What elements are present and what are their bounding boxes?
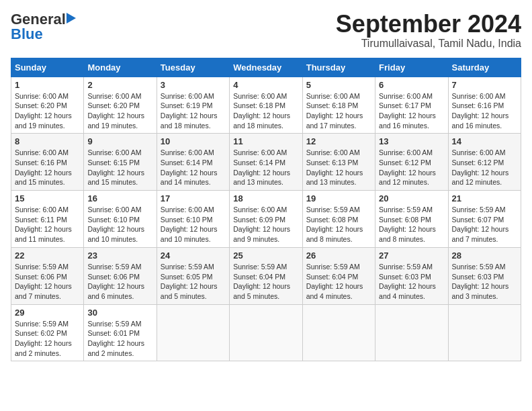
col-wednesday: Wednesday	[230, 58, 302, 77]
table-row: 5Sunrise: 6:00 AM Sunset: 6:18 PM Daylig…	[302, 77, 375, 134]
logo-arrow-icon	[65, 11, 77, 25]
table-row: 12Sunrise: 6:00 AM Sunset: 6:13 PM Dayli…	[302, 134, 375, 191]
day-info: Sunrise: 5:59 AM Sunset: 6:05 PM Dayligh…	[161, 262, 226, 302]
day-info: Sunrise: 6:00 AM Sunset: 6:18 PM Dayligh…	[306, 91, 371, 131]
table-row	[230, 304, 302, 361]
day-info: Sunrise: 6:00 AM Sunset: 6:11 PM Dayligh…	[15, 205, 80, 244]
day-info: Sunrise: 6:00 AM Sunset: 6:12 PM Dayligh…	[452, 148, 517, 187]
table-row: 13Sunrise: 6:00 AM Sunset: 6:12 PM Dayli…	[375, 134, 448, 191]
table-row: 22Sunrise: 5:59 AM Sunset: 6:06 PM Dayli…	[11, 247, 84, 304]
day-number: 24	[161, 250, 226, 261]
day-info: Sunrise: 6:00 AM Sunset: 6:16 PM Dayligh…	[452, 91, 517, 131]
table-row: 26Sunrise: 5:59 AM Sunset: 6:04 PM Dayli…	[302, 247, 375, 304]
calendar-table: Sunday Monday Tuesday Wednesday Thursday…	[11, 58, 521, 362]
svg-marker-0	[66, 13, 76, 24]
table-row: 21Sunrise: 5:59 AM Sunset: 6:07 PM Dayli…	[448, 191, 521, 248]
col-sunday: Sunday	[11, 58, 84, 77]
table-row: 18Sunrise: 6:00 AM Sunset: 6:09 PM Dayli…	[230, 191, 302, 248]
day-number: 9	[87, 136, 152, 146]
day-info: Sunrise: 6:00 AM Sunset: 6:15 PM Dayligh…	[87, 148, 152, 187]
day-number: 18	[233, 193, 298, 203]
day-info: Sunrise: 6:00 AM Sunset: 6:14 PM Dayligh…	[233, 148, 298, 187]
table-row: 20Sunrise: 5:59 AM Sunset: 6:08 PM Dayli…	[375, 191, 448, 248]
day-number: 2	[87, 80, 152, 90]
calendar-row: 22Sunrise: 5:59 AM Sunset: 6:06 PM Dayli…	[11, 247, 521, 304]
table-row: 19Sunrise: 5:59 AM Sunset: 6:08 PM Dayli…	[302, 191, 375, 248]
day-number: 1	[15, 80, 80, 90]
day-info: Sunrise: 5:59 AM Sunset: 6:06 PM Dayligh…	[87, 262, 152, 302]
table-row: 4Sunrise: 6:00 AM Sunset: 6:18 PM Daylig…	[230, 77, 302, 134]
day-info: Sunrise: 6:00 AM Sunset: 6:10 PM Dayligh…	[87, 205, 152, 244]
day-number: 13	[379, 136, 444, 146]
day-number: 10	[161, 136, 226, 146]
day-info: Sunrise: 5:59 AM Sunset: 6:01 PM Dayligh…	[87, 319, 152, 359]
table-row: 7Sunrise: 6:00 AM Sunset: 6:16 PM Daylig…	[448, 77, 521, 134]
day-info: Sunrise: 6:00 AM Sunset: 6:14 PM Dayligh…	[161, 148, 226, 187]
day-info: Sunrise: 5:59 AM Sunset: 6:08 PM Dayligh…	[306, 205, 371, 244]
table-row: 16Sunrise: 6:00 AM Sunset: 6:10 PM Dayli…	[84, 191, 157, 248]
calendar-row: 8Sunrise: 6:00 AM Sunset: 6:16 PM Daylig…	[11, 134, 521, 191]
col-thursday: Thursday	[302, 58, 375, 77]
day-number: 26	[306, 250, 371, 261]
table-row: 11Sunrise: 6:00 AM Sunset: 6:14 PM Dayli…	[230, 134, 302, 191]
day-number: 11	[233, 136, 298, 146]
day-number: 25	[233, 250, 298, 261]
day-info: Sunrise: 5:59 AM Sunset: 6:02 PM Dayligh…	[15, 319, 80, 359]
table-row	[375, 304, 448, 361]
header-row: Sunday Monday Tuesday Wednesday Thursday…	[11, 58, 521, 77]
title-section: September 2024 Tirumullaivasal, Tamil Na…	[336, 11, 521, 50]
day-number: 22	[15, 250, 80, 261]
col-monday: Monday	[84, 58, 157, 77]
table-row	[448, 304, 521, 361]
table-row: 1Sunrise: 6:00 AM Sunset: 6:20 PM Daylig…	[11, 77, 84, 134]
table-row: 30Sunrise: 5:59 AM Sunset: 6:01 PM Dayli…	[84, 304, 157, 361]
logo-blue: Blue	[11, 26, 43, 42]
day-info: Sunrise: 6:00 AM Sunset: 6:18 PM Dayligh…	[233, 91, 298, 131]
table-row: 8Sunrise: 6:00 AM Sunset: 6:16 PM Daylig…	[11, 134, 84, 191]
logo: General Blue	[11, 11, 77, 43]
calendar-row: 15Sunrise: 6:00 AM Sunset: 6:11 PM Dayli…	[11, 191, 521, 248]
table-row: 2Sunrise: 6:00 AM Sunset: 6:20 PM Daylig…	[84, 77, 157, 134]
day-info: Sunrise: 5:59 AM Sunset: 6:07 PM Dayligh…	[452, 205, 517, 244]
day-number: 27	[379, 250, 444, 261]
day-number: 6	[379, 80, 444, 90]
day-number: 21	[452, 193, 517, 203]
table-row: 24Sunrise: 5:59 AM Sunset: 6:05 PM Dayli…	[157, 247, 229, 304]
table-row: 23Sunrise: 5:59 AM Sunset: 6:06 PM Dayli…	[84, 247, 157, 304]
col-saturday: Saturday	[448, 58, 521, 77]
day-info: Sunrise: 6:00 AM Sunset: 6:13 PM Dayligh…	[306, 148, 371, 187]
month-title: September 2024	[336, 11, 521, 38]
day-info: Sunrise: 5:59 AM Sunset: 6:06 PM Dayligh…	[15, 262, 80, 302]
table-row: 29Sunrise: 5:59 AM Sunset: 6:02 PM Dayli…	[11, 304, 84, 361]
day-number: 15	[15, 193, 80, 203]
day-number: 16	[87, 193, 152, 203]
calendar-row: 1Sunrise: 6:00 AM Sunset: 6:20 PM Daylig…	[11, 77, 521, 134]
page-header: General Blue September 2024 Tirumullaiva…	[11, 11, 521, 50]
table-row	[157, 304, 229, 361]
day-number: 29	[15, 308, 80, 318]
day-info: Sunrise: 6:00 AM Sunset: 6:19 PM Dayligh…	[161, 91, 226, 131]
day-number: 23	[87, 250, 152, 261]
day-info: Sunrise: 6:00 AM Sunset: 6:12 PM Dayligh…	[379, 148, 444, 187]
location-title: Tirumullaivasal, Tamil Nadu, India	[336, 38, 521, 50]
day-info: Sunrise: 6:00 AM Sunset: 6:20 PM Dayligh…	[15, 91, 80, 131]
day-number: 28	[452, 250, 517, 261]
table-row: 15Sunrise: 6:00 AM Sunset: 6:11 PM Dayli…	[11, 191, 84, 248]
calendar-row: 29Sunrise: 5:59 AM Sunset: 6:02 PM Dayli…	[11, 304, 521, 361]
col-tuesday: Tuesday	[157, 58, 229, 77]
day-number: 19	[306, 193, 371, 203]
table-row: 27Sunrise: 5:59 AM Sunset: 6:03 PM Dayli…	[375, 247, 448, 304]
day-number: 14	[452, 136, 517, 146]
table-row: 17Sunrise: 6:00 AM Sunset: 6:10 PM Dayli…	[157, 191, 229, 248]
table-row: 14Sunrise: 6:00 AM Sunset: 6:12 PM Dayli…	[448, 134, 521, 191]
table-row: 6Sunrise: 6:00 AM Sunset: 6:17 PM Daylig…	[375, 77, 448, 134]
table-row: 28Sunrise: 5:59 AM Sunset: 6:03 PM Dayli…	[448, 247, 521, 304]
day-info: Sunrise: 6:00 AM Sunset: 6:16 PM Dayligh…	[15, 148, 80, 187]
day-number: 12	[306, 136, 371, 146]
day-number: 4	[233, 80, 298, 90]
day-info: Sunrise: 5:59 AM Sunset: 6:08 PM Dayligh…	[379, 205, 444, 244]
day-info: Sunrise: 6:00 AM Sunset: 6:20 PM Dayligh…	[87, 91, 152, 131]
col-friday: Friday	[375, 58, 448, 77]
day-number: 30	[87, 308, 152, 318]
table-row	[302, 304, 375, 361]
